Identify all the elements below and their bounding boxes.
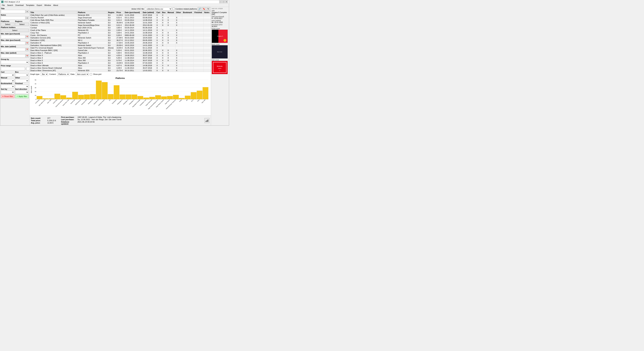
table-row[interactable]: Darksiders IIIPlayStation 4EU17,00 €23.0… bbox=[30, 42, 211, 44]
table-row[interactable]: Dead or Alive: Dimensions [AT]Nintendo 3… bbox=[30, 69, 211, 72]
maximize-button[interactable]: □ bbox=[222, 1, 225, 3]
table-row[interactable]: Dead or Alive 4Xbox 360EU5,95 €11.08.201… bbox=[30, 57, 211, 59]
menu-file[interactable]: File bbox=[1, 4, 6, 6]
table-row[interactable]: Colin Mcrae Rally 2005 PlusPlayStation P… bbox=[30, 19, 211, 22]
menu-search[interactable]: Search bbox=[6, 4, 14, 6]
show-grid-checkbox[interactable] bbox=[90, 73, 92, 75]
col-title[interactable]: Title bbox=[30, 11, 77, 14]
col-bookmark[interactable]: Bookmark bbox=[182, 11, 194, 14]
chart-expand-btn[interactable] bbox=[204, 118, 210, 123]
reset-filter-btn[interactable]: ✕ Reset filter bbox=[1, 95, 14, 98]
table-row[interactable]: Crash of the TitansNintendo DSEU2,00 €14… bbox=[30, 29, 211, 32]
table-cell: [None] bbox=[107, 47, 116, 49]
data-select[interactable]: Item count bbox=[76, 73, 89, 76]
table-scroll-container[interactable]: Title Platform Region Price Date (purcha… bbox=[30, 11, 211, 72]
min-date-purchased-cal-btn[interactable]: 📅 bbox=[26, 35, 29, 39]
sort-by-select[interactable] bbox=[1, 91, 14, 94]
group-by-select[interactable] bbox=[1, 61, 29, 64]
filter-buttons: ✕ Reset filter ✓ Apply filter bbox=[1, 95, 29, 98]
max-date-purchased-input[interactable] bbox=[1, 42, 25, 45]
svg-text:Switch: Switch bbox=[218, 68, 221, 69]
table-cell: PlayStation 2 bbox=[77, 32, 107, 34]
col-date-purchased[interactable]: Date (purchased) bbox=[124, 11, 142, 14]
table-row[interactable]: Dead or Alive Xtreme Beach VolleyballXbo… bbox=[30, 67, 211, 69]
col-date-added[interactable]: Date (added) bbox=[142, 11, 156, 14]
apply-filter-btn[interactable]: ✓ Apply filter bbox=[15, 95, 29, 98]
table-cell: 2012-00-00 bbox=[142, 24, 156, 27]
table-cell: Darksiders Genesis [DE] bbox=[30, 37, 77, 39]
table-row[interactable]: Dead or Alive 3XboxEU4,55 €19.08.201330.… bbox=[30, 54, 211, 57]
price-range-label: Price range bbox=[1, 65, 29, 67]
table-row[interactable]: Darksiders Genesis [DE]Nintendo SwitchEU… bbox=[30, 37, 211, 39]
table-row[interactable]: CombatAtari 2600 (VCS)EU3,85 €03.09.2014… bbox=[30, 27, 211, 29]
cart-select[interactable] bbox=[1, 73, 14, 77]
title-clear-btn[interactable]: ✕ bbox=[26, 10, 29, 13]
platforms-select-btn[interactable]: Select bbox=[1, 23, 14, 26]
menu-download[interactable]: Download bbox=[14, 4, 25, 6]
table-cell: 3,85 € bbox=[116, 27, 124, 29]
table-cell: X bbox=[167, 49, 175, 52]
col-finished[interactable]: Finished bbox=[194, 11, 204, 14]
menu-export[interactable]: Export bbox=[36, 4, 43, 6]
table-row[interactable]: Datel Pro Universal AdapterSuper Nintend… bbox=[30, 47, 211, 49]
col-notes[interactable]: Notes bbox=[204, 11, 211, 14]
table-row[interactable]: ChuChu Rocket!Sega DreamcastEU0,01 €03.1… bbox=[30, 17, 211, 19]
manual-select[interactable] bbox=[1, 79, 14, 82]
table-row[interactable]: Crysis - EA ClassicsPCEU0,00 €0000-00-00… bbox=[30, 34, 211, 37]
title-input[interactable] bbox=[1, 10, 25, 13]
table-cell: 30.10.2011 bbox=[124, 69, 142, 72]
other-select[interactable] bbox=[15, 79, 29, 82]
finished-select[interactable] bbox=[15, 85, 29, 88]
graph-type-select[interactable]: Bar bbox=[41, 73, 48, 76]
menu-window[interactable]: Window bbox=[43, 4, 52, 6]
table-row[interactable]: Darksiders: Warmastered Edition [DE]Nint… bbox=[30, 44, 211, 47]
col-manual[interactable]: Manual bbox=[167, 11, 175, 14]
bookmarked-select[interactable] bbox=[1, 85, 14, 88]
col-region[interactable]: Region bbox=[107, 11, 116, 14]
table-row[interactable]: Crazy TaxiPlayStation 2EU3,00 €24.01.201… bbox=[30, 32, 211, 34]
link-icon-btn[interactable]: 🔗 bbox=[198, 7, 202, 11]
table-cell bbox=[204, 67, 211, 69]
platform-holders-select-btn[interactable]: Select bbox=[1, 29, 29, 32]
active-vgc-select[interactable]: collection-Demo.csv bbox=[145, 7, 172, 11]
table-row[interactable]: Collection of Mana [DE]Nintendo SwitchEU… bbox=[30, 22, 211, 24]
table-row[interactable]: Dead or Alive 2 - PlatinumPlayStation 2E… bbox=[30, 52, 211, 54]
table-cell: Nintendo Switch bbox=[77, 37, 107, 39]
bookmark-icon-btn[interactable]: 🔖 bbox=[202, 7, 206, 11]
price-max-input[interactable] bbox=[26, 67, 30, 70]
col-price[interactable]: Price bbox=[116, 11, 124, 14]
cart-cover-image: Nintendo Switch 12 bbox=[212, 61, 228, 74]
table-row[interactable]: Dead or Alive 6PlayStation 4EU19,99 €04.… bbox=[30, 62, 211, 64]
max-date-added-cal-btn[interactable]: 📅 bbox=[26, 54, 29, 58]
menu-about[interactable]: About bbox=[52, 4, 59, 6]
notes-clear-btn[interactable]: ✕ bbox=[26, 17, 29, 20]
min-date-purchased-input[interactable] bbox=[1, 35, 25, 39]
combine-platforms-checkbox[interactable] bbox=[172, 8, 175, 10]
sort-direction-select[interactable] bbox=[15, 91, 29, 94]
notes-input[interactable] bbox=[1, 16, 25, 20]
min-date-added-input[interactable] bbox=[1, 48, 25, 51]
table-row[interactable]: Dead or Alive UltimateXboxEU4,07 €05.08.… bbox=[30, 64, 211, 67]
max-date-purchased-cal-btn[interactable]: 📅 bbox=[26, 42, 29, 45]
price-min-input[interactable] bbox=[1, 67, 25, 70]
table-row[interactable]: Chibi-Robo! Zip Lash (Chibi-Robo amiibo)… bbox=[30, 14, 211, 17]
menu-templates[interactable]: Templates bbox=[25, 4, 36, 6]
minimize-button[interactable]: ─ bbox=[219, 1, 222, 3]
col-cart[interactable]: Cart bbox=[156, 11, 162, 14]
max-date-added-input[interactable] bbox=[1, 54, 25, 58]
col-other[interactable]: Other bbox=[175, 11, 182, 14]
refresh-icon-btn[interactable]: ↻ bbox=[206, 7, 210, 11]
app-window: 🎮 VGC Analyze 1.5.3 ─ □ ✕ File Search Do… bbox=[0, 0, 229, 126]
svg-text:30: 30 bbox=[35, 87, 36, 89]
table-row[interactable]: Darksiders II [DE]Wii UEU36,57 €23.12.20… bbox=[30, 39, 211, 42]
col-platform[interactable]: Platform bbox=[77, 11, 107, 14]
table-row[interactable]: ColumnsSega Genesis/Mega DriveEU0,01 €20… bbox=[30, 24, 211, 27]
close-button[interactable]: ✕ bbox=[225, 1, 228, 3]
col-box[interactable]: Box bbox=[161, 11, 167, 14]
box-select[interactable] bbox=[15, 73, 29, 77]
table-row[interactable]: Dave Mirra Freestyle BMX 2 [DE]GameCubeE… bbox=[30, 49, 211, 52]
min-date-added-cal-btn[interactable]: 📅 bbox=[26, 48, 29, 51]
regions-select-btn[interactable]: Select bbox=[15, 23, 29, 26]
table-row[interactable]: Dead or Alive 5Xbox 360EU9,70 €11.08.201… bbox=[30, 59, 211, 62]
content-select[interactable]: Platforms bbox=[57, 73, 70, 76]
